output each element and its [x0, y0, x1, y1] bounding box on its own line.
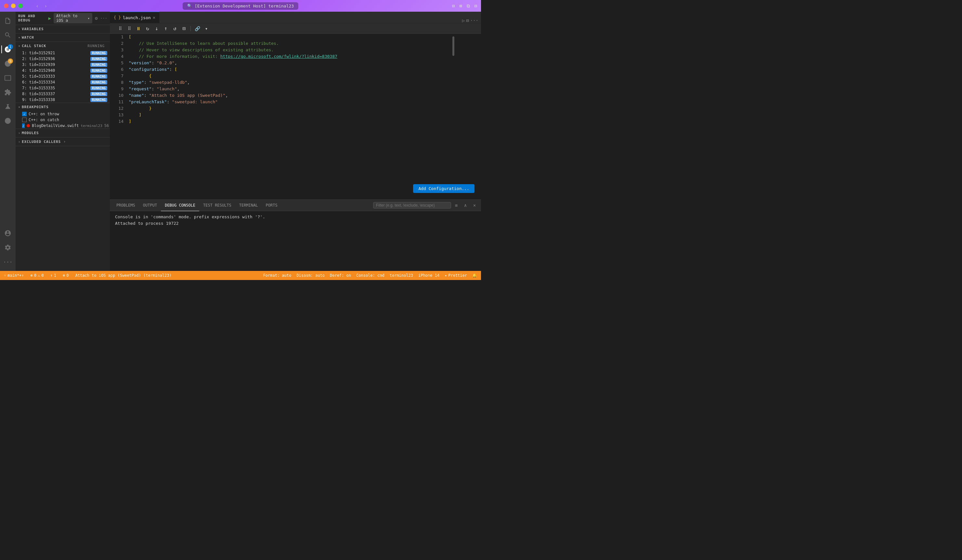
window-controls	[4, 3, 23, 8]
step-into-button[interactable]: ↓	[153, 25, 161, 32]
callstack-item[interactable]: 3: tid=3152939 RUNNING	[16, 62, 110, 68]
chevron-down-icon[interactable]: ▾	[202, 25, 210, 32]
titlebar-right-controls: ⊟ ⊞ ⧉ ⊟	[452, 3, 477, 9]
split-icon[interactable]: ⧉	[467, 3, 470, 9]
callstack-header[interactable]: ▾ CALL STACK Running	[16, 42, 110, 50]
sidebar-item-more[interactable]: ···	[1, 255, 14, 268]
step-over-button[interactable]: ↻	[144, 25, 152, 32]
split-editor-icon[interactable]: ⊟	[466, 18, 469, 23]
scrollbar-thumb[interactable]	[452, 36, 454, 56]
sidebar: RUN AND DEBUG ▶ Attach to iOS a ▾ ⚙ ··· …	[16, 12, 110, 271]
status-attach[interactable]: Attach to iOS app (SweetPad) (terminal23…	[74, 271, 173, 280]
breakpoints-header[interactable]: ▾ BREAKPOINTS	[16, 103, 110, 111]
status-format[interactable]: Format: auto	[262, 273, 293, 278]
nav-forward-button[interactable]: ›	[44, 3, 47, 9]
tab-launch-json[interactable]: { } launch.json ×	[110, 12, 160, 23]
variables-header[interactable]: ▾ VARIABLES	[16, 25, 110, 33]
callstack-item[interactable]: 2: tid=3152936 RUNNING	[16, 56, 110, 62]
watch-header[interactable]: ▾ WATCH	[16, 34, 110, 42]
close-button[interactable]	[4, 3, 8, 8]
status-info[interactable]: ↑ 1	[49, 271, 58, 280]
debug-settings-icon[interactable]: ⚙	[95, 16, 97, 21]
tab-close-button[interactable]: ×	[153, 15, 155, 20]
sidebar-item-git-graph[interactable]	[1, 114, 14, 127]
status-branch[interactable]: ⑂ main*+↑	[3, 271, 25, 280]
minimize-button[interactable]	[11, 3, 16, 8]
breakpoint-checkbox[interactable]	[22, 117, 27, 122]
maximize-button[interactable]	[18, 3, 23, 8]
tab-output[interactable]: OUTPUT	[139, 200, 161, 211]
tab-test-results[interactable]: TEST RESULTS	[199, 200, 235, 211]
callstack-item[interactable]: 5: tid=3153333 RUNNING	[16, 73, 110, 79]
continue-button[interactable]: ↺	[171, 25, 179, 32]
sidebar-item-testing[interactable]	[1, 100, 14, 113]
nav-back-button[interactable]: ‹	[36, 3, 39, 9]
run-button[interactable]: ▶	[48, 16, 51, 21]
tab-terminal-label: TERMINAL	[239, 203, 258, 208]
tab-ports[interactable]: PORTS	[262, 200, 281, 211]
status-bell[interactable]: ⊗ 0	[61, 271, 70, 280]
code-line: }	[129, 105, 449, 112]
move-icon[interactable]: ⠿	[126, 25, 133, 32]
panel-up-icon[interactable]: ∧	[462, 201, 469, 209]
breakpoint-checkbox[interactable]: ✓	[22, 124, 25, 128]
filter-input[interactable]	[373, 202, 451, 209]
sidebar-toggle-icon[interactable]: ⊟	[452, 3, 455, 8]
more-actions-icon[interactable]: ···	[470, 18, 478, 23]
status-notifications[interactable]: 🔔	[471, 273, 478, 278]
callstack-tid: 8: tid=3153337	[22, 92, 90, 96]
disasm-label: Disasm: auto	[296, 273, 324, 278]
sidebar-item-settings[interactable]	[1, 241, 14, 254]
sidebar-item-explorer[interactable]	[1, 14, 14, 27]
debug-more-icon[interactable]: ···	[100, 16, 107, 21]
status-device[interactable]: iPhone 14	[417, 273, 441, 278]
modules-header[interactable]: › MODULES	[16, 129, 110, 137]
callstack-item[interactable]: 1: tid=3152921 RUNNING	[16, 50, 110, 56]
status-prettier[interactable]: ✦ Prettier	[443, 273, 468, 278]
status-errors[interactable]: ⊗ 0 ⚠ 0	[29, 271, 45, 280]
sidebar-item-remote-explorer[interactable]	[1, 71, 14, 84]
run-icon[interactable]: ▷	[462, 18, 465, 23]
breakpoint-item[interactable]: C++: on catch	[16, 117, 110, 123]
sidebar-item-accounts[interactable]	[1, 227, 14, 240]
pause-button[interactable]: ⏸	[134, 25, 142, 32]
step-out-button[interactable]: ↑	[162, 25, 169, 32]
callstack-badge: RUNNING	[90, 63, 107, 67]
status-disasm[interactable]: Disasm: auto	[295, 273, 326, 278]
tab-problems[interactable]: PROBLEMS	[113, 200, 139, 211]
watch-label: WATCH	[22, 35, 34, 40]
layout-icon[interactable]: ⊟	[475, 3, 477, 8]
editor-scrollbar[interactable]	[452, 34, 455, 200]
callstack-item[interactable]: 9: tid=3153338 RUNNING	[16, 97, 110, 103]
drag-handle[interactable]: ⠿	[116, 25, 124, 32]
tab-filename: launch.json	[123, 15, 151, 20]
tab-terminal[interactable]: TERMINAL	[235, 200, 262, 211]
breakpoint-item[interactable]: ✓ C++: on throw	[16, 111, 110, 117]
status-deref[interactable]: Deref: on	[329, 273, 352, 278]
callstack-item[interactable]: 6: tid=3153334 RUNNING	[16, 79, 110, 85]
callstack-item[interactable]: 4: tid=3152940 RUNNING	[16, 68, 110, 73]
add-configuration-button[interactable]: Add Configuration...	[413, 184, 475, 193]
sidebar-item-extensions[interactable]	[1, 86, 14, 99]
panel-close-icon[interactable]: ×	[471, 201, 478, 209]
callstack-item[interactable]: 7: tid=3153335 RUNNING	[16, 85, 110, 91]
excluded-callers-header[interactable]: › EXCLUDED CALLERS ›	[16, 137, 110, 146]
breakpoint-item[interactable]: ✓ BlogDetailView.swift terminal23 56	[16, 123, 110, 129]
status-console[interactable]: Console: cmd	[355, 273, 386, 278]
debug-config-selector[interactable]: Attach to iOS a ▾	[53, 13, 92, 23]
callstack-item[interactable]: 8: tid=3153337 RUNNING	[16, 91, 110, 97]
filter-list-icon[interactable]: ≡	[452, 201, 460, 209]
tab-debug-console[interactable]: DEBUG CONSOLE	[161, 200, 199, 211]
code-content[interactable]: [ // Use IntelliSense to learn about pos…	[126, 34, 452, 200]
editor-layout-icon[interactable]: ⊞	[459, 3, 462, 8]
disconnect-button[interactable]: ⊟	[180, 25, 188, 32]
console-label: Console: cmd	[356, 273, 384, 278]
sidebar-item-run-debug[interactable]: 1	[1, 43, 14, 56]
warning-icon: ⚠	[38, 273, 40, 278]
sidebar-item-search[interactable]	[1, 29, 14, 42]
git-branch-icon: ⑂	[4, 273, 6, 278]
link-icon[interactable]: 🔗	[194, 25, 201, 32]
status-terminal23[interactable]: terminal23	[388, 273, 414, 278]
sidebar-item-source-control[interactable]: 9	[1, 57, 14, 70]
breakpoint-checkbox[interactable]: ✓	[22, 112, 27, 116]
